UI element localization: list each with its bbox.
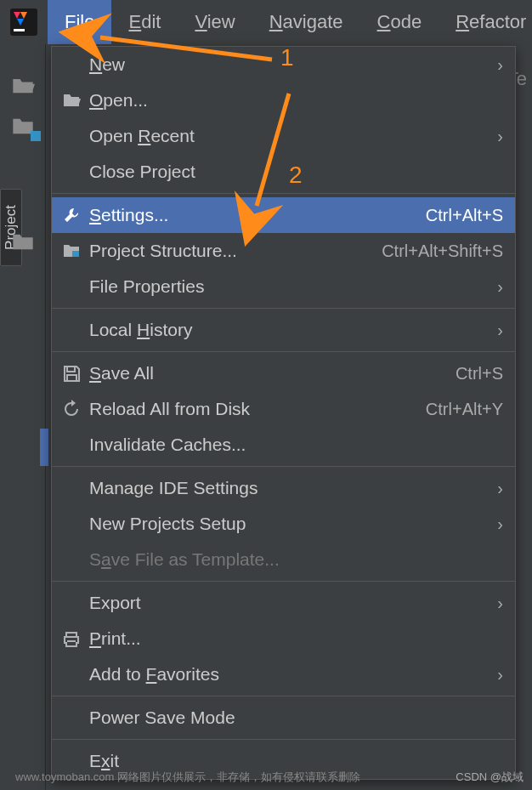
folder-icon bbox=[57, 91, 86, 110]
menu-label: Open... bbox=[86, 90, 503, 111]
file-menu-dropdown: New›Open...Open Recent›Close ProjectSett… bbox=[51, 46, 516, 780]
menu-label: Power Save Mode bbox=[86, 708, 503, 728]
menu-label: Project Structure... bbox=[86, 241, 382, 261]
svg-rect-2 bbox=[31, 131, 41, 141]
chevron-right-icon: › bbox=[497, 277, 503, 297]
svg-rect-3 bbox=[72, 251, 79, 257]
folder-icon[interactable] bbox=[0, 223, 46, 260]
structure-icon bbox=[57, 242, 86, 260]
menubar-code[interactable]: Code bbox=[360, 0, 439, 44]
menu-new-projects-setup[interactable]: New Projects Setup› bbox=[52, 506, 515, 542]
menu-label: Print... bbox=[86, 628, 503, 649]
menu-save-file-as-template: Save File as Template... bbox=[52, 542, 515, 577]
reload-icon bbox=[57, 400, 86, 418]
menu-label: Local History bbox=[86, 320, 489, 340]
menubar-navigate[interactable]: Navigate bbox=[252, 0, 360, 44]
chevron-right-icon: › bbox=[497, 321, 503, 340]
open-folder-icon[interactable] bbox=[0, 66, 46, 104]
menu-shortcut: Ctrl+Alt+S bbox=[426, 206, 503, 225]
selection-indicator bbox=[40, 429, 48, 466]
chevron-right-icon: › bbox=[497, 665, 503, 685]
chevron-right-icon: › bbox=[497, 55, 503, 75]
menu-label: Manage IDE Settings bbox=[86, 478, 489, 498]
print-icon bbox=[57, 629, 86, 648]
menu-save-all[interactable]: Save AllCtrl+S bbox=[52, 355, 515, 391]
menu-separator bbox=[52, 351, 515, 352]
menu-new[interactable]: New› bbox=[52, 47, 515, 82]
menubar-edit[interactable]: Edit bbox=[111, 0, 178, 44]
menu-label: Invalidate Caches... bbox=[86, 435, 503, 455]
menubar: FileEditViewNavigateCodeRefactor bbox=[0, 0, 532, 44]
menu-open[interactable]: Open... bbox=[52, 82, 515, 118]
menu-label: Close Project bbox=[86, 162, 503, 182]
menu-settings[interactable]: Settings...Ctrl+Alt+S bbox=[52, 197, 515, 233]
menu-add-to-favorites[interactable]: Add to Favorites› bbox=[52, 656, 515, 692]
menu-export[interactable]: Export› bbox=[52, 585, 515, 621]
menu-local-history[interactable]: Local History› bbox=[52, 312, 515, 348]
menu-label: Exit bbox=[86, 751, 503, 771]
menubar-file[interactable]: File bbox=[48, 0, 111, 44]
menu-label: Reload All from Disk bbox=[86, 399, 426, 419]
menu-open-recent[interactable]: Open Recent› bbox=[52, 118, 515, 154]
menu-label: Save All bbox=[86, 363, 456, 384]
save-icon bbox=[57, 364, 86, 383]
menubar-refactor[interactable]: Refactor bbox=[439, 0, 532, 44]
menu-separator bbox=[52, 739, 515, 740]
menu-separator bbox=[52, 581, 515, 582]
chevron-right-icon: › bbox=[497, 127, 503, 146]
menu-invalidate-caches[interactable]: Invalidate Caches... bbox=[52, 427, 515, 463]
menu-separator bbox=[52, 193, 515, 194]
menu-label: New Projects Setup bbox=[86, 514, 489, 534]
chevron-right-icon: › bbox=[497, 479, 503, 498]
menu-print[interactable]: Print... bbox=[52, 621, 515, 656]
menu-shortcut: Ctrl+Alt+Y bbox=[426, 400, 503, 419]
app-logo bbox=[8, 5, 39, 39]
wrench-icon bbox=[57, 206, 86, 224]
menu-project-structure[interactable]: Project Structure...Ctrl+Alt+Shift+S bbox=[52, 233, 515, 269]
left-toolbar: Project bbox=[0, 44, 46, 790]
project-folder-icon[interactable] bbox=[0, 107, 46, 145]
menu-label: Settings... bbox=[86, 205, 426, 225]
menubar-view[interactable]: View bbox=[178, 0, 252, 44]
menu-label: Add to Favorites bbox=[86, 664, 489, 685]
menu-power-save-mode[interactable]: Power Save Mode bbox=[52, 700, 515, 736]
chevron-right-icon: › bbox=[497, 514, 503, 534]
watermark-right: CSDN @战域 bbox=[456, 770, 524, 785]
menu-label: Save File as Template... bbox=[86, 549, 503, 570]
chevron-right-icon: › bbox=[497, 594, 503, 613]
menu-separator bbox=[52, 696, 515, 696]
menu-file-properties[interactable]: File Properties› bbox=[52, 269, 515, 304]
menu-shortcut: Ctrl+Alt+Shift+S bbox=[382, 242, 503, 261]
menu-manage-ide-settings[interactable]: Manage IDE Settings› bbox=[52, 470, 515, 506]
menu-close-project[interactable]: Close Project bbox=[52, 154, 515, 190]
menu-separator bbox=[52, 308, 515, 309]
menu-shortcut: Ctrl+S bbox=[456, 364, 503, 384]
menu-separator bbox=[52, 466, 515, 467]
svg-rect-1 bbox=[14, 29, 25, 31]
menu-reload-all-from-disk[interactable]: Reload All from DiskCtrl+Alt+Y bbox=[52, 391, 515, 427]
menu-label: Export bbox=[86, 593, 489, 613]
menu-label: Open Recent bbox=[86, 126, 489, 146]
menu-label: New bbox=[86, 54, 489, 75]
menu-label: File Properties bbox=[86, 276, 489, 297]
watermark-left: www.toymoban.com 网络图片仅供展示，非存储，如有侵权请联系删除 bbox=[15, 770, 360, 785]
